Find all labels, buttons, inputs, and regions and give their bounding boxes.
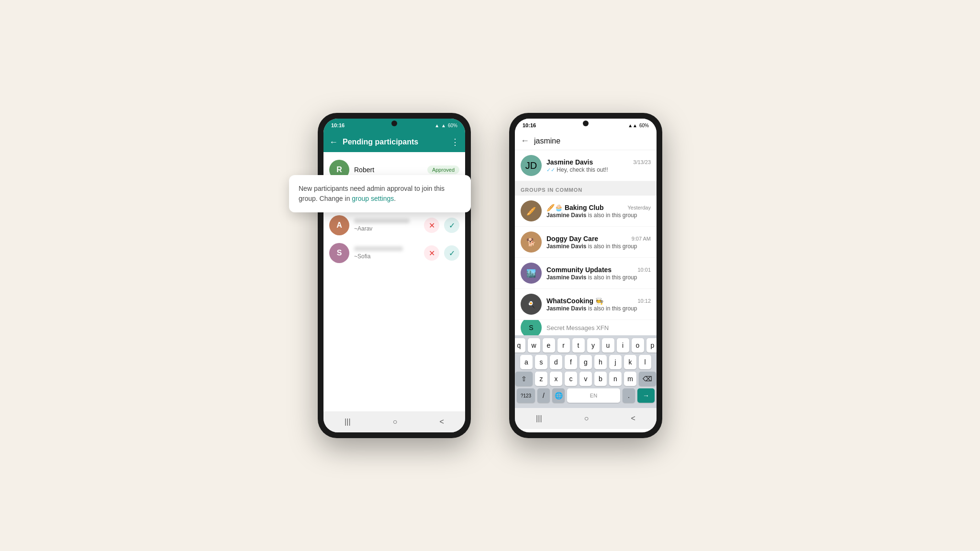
wifi-icon-1: ▲: [441, 123, 446, 128]
camera-notch-2: [583, 121, 589, 126]
keyboard-row-1: q w e r t y u i o p: [517, 338, 655, 353]
key-globe[interactable]: 🌐: [552, 388, 565, 403]
participant-name-robert: Robert: [354, 166, 423, 174]
doggy-day-care-top: Doggy Day Care 9:07 AM: [546, 235, 651, 242]
back-button-1[interactable]: ←: [329, 137, 338, 147]
key-period[interactable]: .: [623, 388, 635, 403]
key-s[interactable]: s: [535, 355, 547, 369]
more-button-1[interactable]: ⋮: [451, 137, 459, 147]
key-space[interactable]: EN: [567, 388, 620, 403]
key-g[interactable]: g: [579, 355, 592, 369]
doggy-day-care-name: Doggy Day Care: [546, 235, 598, 242]
key-slash[interactable]: /: [537, 388, 550, 403]
back-nav-2[interactable]: <: [631, 414, 635, 423]
header-title-1: Pending participants: [343, 138, 446, 146]
keyboard-row-4: ?123 / 🌐 EN . →: [517, 388, 655, 403]
signal-icon-1: ▲: [434, 123, 439, 128]
approve-button-sofia[interactable]: ✓: [444, 245, 459, 261]
key-t[interactable]: t: [572, 338, 585, 353]
doggy-day-care-sender: Jasmine Davis: [546, 243, 586, 250]
key-l[interactable]: l: [639, 355, 651, 369]
key-backspace[interactable]: ⌫: [639, 372, 656, 386]
key-b[interactable]: b: [594, 372, 607, 386]
key-c[interactable]: c: [565, 372, 577, 386]
key-p[interactable]: p: [646, 338, 657, 353]
baking-club-name: 🥖🧁 Baking Club: [546, 204, 604, 211]
chat-jasmine-top: Jasmine Davis 3/13/23: [546, 158, 651, 166]
blurred-name-sofia: [354, 246, 403, 251]
home-nav-2[interactable]: ○: [584, 414, 589, 423]
tooltip-link[interactable]: group settings: [352, 195, 394, 202]
key-k[interactable]: k: [624, 355, 636, 369]
community-updates-suffix: is also in this group: [586, 274, 637, 281]
group-community-updates[interactable]: 🏙️ Community Updates 10:01 Jasmine Davis…: [515, 258, 657, 289]
key-x[interactable]: x: [550, 372, 562, 386]
groups-in-common-header: GROUPS IN COMMON: [515, 181, 657, 196]
doggy-day-care-content: Doggy Day Care 9:07 AM Jasmine Davis is …: [546, 235, 651, 250]
chat-jasmine-davis[interactable]: JD Jasmine Davis 3/13/23 ✓✓ Hey, check t…: [515, 150, 657, 181]
baking-club-content: 🥖🧁 Baking Club Yesterday Jasmine Davis i…: [546, 204, 651, 219]
partial-name: Secret Messages XFN: [546, 324, 609, 331]
key-z[interactable]: z: [535, 372, 547, 386]
group-baking-club[interactable]: 🥖 🥖🧁 Baking Club Yesterday Jasmine Davis…: [515, 196, 657, 227]
key-o[interactable]: o: [632, 338, 644, 353]
key-e[interactable]: e: [543, 338, 555, 353]
baking-club-sender: Jasmine Davis: [546, 212, 586, 219]
community-updates-sender: Jasmine Davis: [546, 274, 586, 281]
status-time-1: 10:16: [331, 122, 345, 128]
key-q[interactable]: q: [515, 338, 525, 353]
key-v[interactable]: v: [579, 372, 592, 386]
avatar-whats-cooking: 🍳: [521, 294, 542, 315]
whats-cooking-sender: Jasmine Davis: [546, 305, 586, 312]
recents-nav-1[interactable]: |||: [345, 418, 350, 426]
key-shift[interactable]: ⇧: [515, 372, 533, 386]
group-whats-cooking[interactable]: 🍳 WhatsCooking 🧑‍🍳 10:12 Jasmine Davis i…: [515, 289, 657, 320]
community-updates-sub: Jasmine Davis is also in this group: [546, 274, 651, 281]
nav-bar-2: ||| ○ <: [515, 408, 657, 429]
home-nav-1[interactable]: ○: [393, 418, 398, 426]
battery-1: 60%: [448, 123, 457, 128]
whats-cooking-time: 10:12: [637, 298, 651, 304]
key-r[interactable]: r: [557, 338, 570, 353]
avatar-partial: S: [521, 320, 542, 335]
status-icons-2: ▲▲ 60%: [628, 123, 649, 128]
key-n[interactable]: n: [609, 372, 622, 386]
doggy-day-care-sub: Jasmine Davis is also in this group: [546, 243, 651, 250]
keyboard-row-3: ⇧ z x c v b n m ⌫: [517, 372, 655, 386]
key-j[interactable]: j: [609, 355, 622, 369]
back-button-2[interactable]: ←: [521, 136, 529, 146]
key-send[interactable]: →: [637, 388, 655, 403]
search-input[interactable]: [534, 137, 651, 145]
key-a[interactable]: a: [520, 355, 533, 369]
chat-jasmine-time: 3/13/23: [633, 159, 651, 165]
camera-notch-1: [391, 121, 397, 126]
phone-2-screen: 10:16 ▲▲ 60% ← JD Jasmine Davis 3/13/23 …: [515, 119, 657, 432]
key-f[interactable]: f: [565, 355, 577, 369]
approve-button-aarav[interactable]: ✓: [444, 218, 459, 233]
key-d[interactable]: d: [550, 355, 562, 369]
participant-name-area-aarav: ~Aarav: [354, 219, 419, 232]
pending-participants-header: ← Pending participants ⋮: [323, 132, 465, 152]
participant-aarav: A ~Aarav ✕ ✓: [323, 211, 465, 239]
blurred-name-aarav: [354, 219, 410, 223]
key-123[interactable]: ?123: [517, 388, 535, 403]
key-i[interactable]: i: [617, 338, 629, 353]
key-h[interactable]: h: [594, 355, 607, 369]
baking-club-sub-suffix: is also in this group: [586, 212, 637, 219]
group-partial: S Secret Messages XFN: [515, 320, 657, 335]
whats-cooking-top: WhatsCooking 🧑‍🍳 10:12: [546, 297, 651, 305]
avatar-jasmine-davis: JD: [521, 155, 542, 176]
keyboard: q w e r t y u i o p a s d f g h j k l: [515, 335, 657, 408]
phone-1-screen: 10:16 ▲ ▲ 60% ← Pending participants ⋮ R…: [323, 119, 465, 432]
group-doggy-day-care[interactable]: 🐕 Doggy Day Care 9:07 AM Jasmine Davis i…: [515, 227, 657, 258]
reject-button-aarav[interactable]: ✕: [424, 218, 439, 233]
reject-button-sofia[interactable]: ✕: [424, 245, 439, 261]
recents-nav-2[interactable]: |||: [536, 414, 542, 423]
back-nav-1[interactable]: <: [440, 418, 444, 426]
search-header: ←: [515, 132, 657, 150]
baking-club-time: Yesterday: [627, 205, 651, 210]
key-u[interactable]: u: [602, 338, 614, 353]
key-w[interactable]: w: [528, 338, 540, 353]
key-m[interactable]: m: [624, 372, 636, 386]
key-y[interactable]: y: [587, 338, 600, 353]
